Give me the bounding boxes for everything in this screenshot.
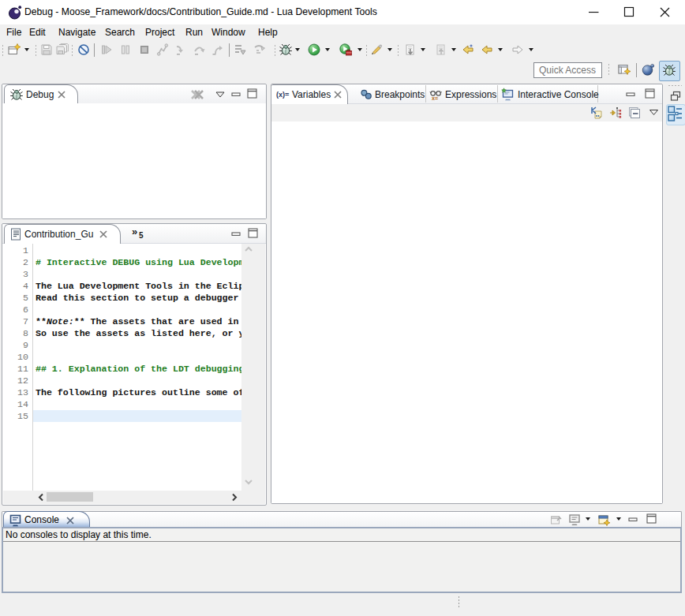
svg-text:x=: x=	[432, 95, 438, 101]
